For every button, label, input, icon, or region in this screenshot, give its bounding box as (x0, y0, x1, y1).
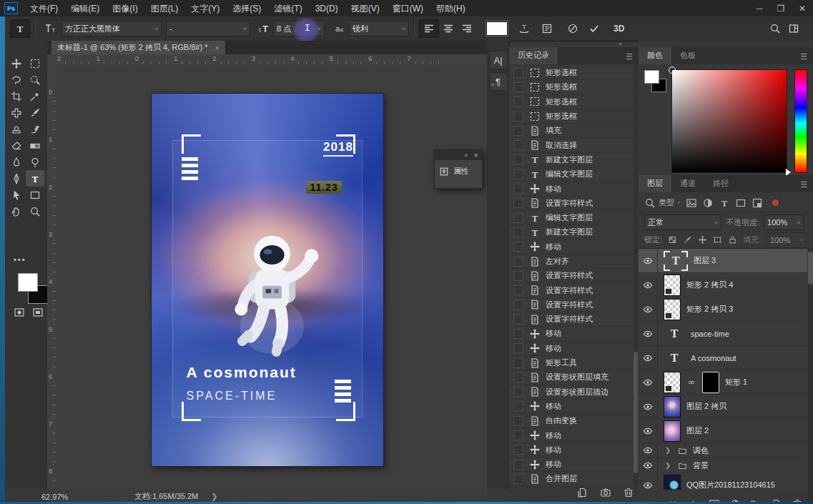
menu-2[interactable]: 图像(I) (106, 1, 144, 16)
menu-3[interactable]: 图层(L) (144, 1, 185, 16)
tab-paths[interactable]: 路径 (704, 175, 737, 192)
menu-5[interactable]: 选择(S) (226, 1, 267, 16)
history-source-well[interactable] (513, 184, 523, 194)
history-state-设置字符样式[interactable]: 设置字符样式 (509, 312, 634, 327)
3d-button[interactable]: 3D (614, 24, 624, 34)
history-state-取消选择[interactable]: 取消选择 (509, 138, 634, 152)
history-state-新建文字图层[interactable]: T新建文字图层 (509, 153, 634, 167)
poster-artwork[interactable]: 2018 11.23 A cosmonau (152, 94, 383, 466)
history-state-矩形选框[interactable]: 矩形选框 (509, 80, 634, 94)
delete-state-icon[interactable] (623, 487, 634, 498)
tab-color[interactable]: 颜色 (639, 47, 671, 64)
history-state-移动[interactable]: 移动 (509, 400, 634, 414)
hue-slider[interactable] (794, 69, 807, 173)
history-source-well[interactable] (513, 315, 523, 325)
history-state-移动[interactable]: 移动 (509, 240, 634, 255)
lock-position-icon[interactable] (698, 235, 707, 244)
crop-tool-icon[interactable] (7, 88, 26, 104)
history-state-移动[interactable]: 移动 (509, 443, 634, 458)
layer-row-背景[interactable]: ❯背景 (639, 458, 807, 473)
tab-channels[interactable]: 通道 (671, 175, 704, 192)
layer-row-图层 2 拷贝[interactable]: 图层 2 拷贝 (639, 395, 807, 419)
edit-toolbar-icon[interactable]: ••• (14, 255, 26, 264)
visibility-eye-icon[interactable] (639, 297, 658, 321)
marquee-tool-icon[interactable] (26, 55, 44, 71)
layer-row-图层 3[interactable]: T图层 3 (639, 249, 807, 273)
history-state-编辑文字图层[interactable]: T编辑文字图层 (509, 211, 634, 225)
foreground-color-swatch[interactable] (18, 273, 38, 292)
status-expander-icon[interactable]: ❯ (211, 492, 217, 501)
history-state-矩形工具[interactable]: 矩形工具 (509, 356, 634, 370)
filter-kind-select[interactable]: 类型 ˅ (644, 197, 681, 209)
stamp-tool-icon[interactable] (7, 121, 26, 137)
document-tab[interactable]: 未标题-1 @ 63% (矩形 2 拷贝 4, RGB/8#) * × (51, 41, 226, 54)
history-state-左对齐[interactable]: 左对齐 (509, 255, 634, 269)
menu-8[interactable]: 视图(V) (345, 1, 386, 16)
layer-row-图层 2[interactable]: 图层 2 (639, 419, 807, 443)
filter-shape-layers-icon[interactable] (735, 197, 747, 209)
new-document-from-state-icon[interactable] (577, 487, 588, 498)
visibility-eye-icon[interactable] (639, 419, 658, 443)
history-dock-collapse[interactable]: ›› (619, 41, 621, 47)
visibility-eye-icon[interactable] (639, 322, 658, 345)
history-source-well[interactable] (513, 285, 523, 295)
history-state-移动[interactable]: 移动 (509, 458, 634, 472)
quicksel-tool-icon[interactable] (26, 71, 44, 88)
properties-float-panel[interactable]: » ✕ 属性 (434, 149, 483, 189)
close-float-icon[interactable]: ✕ (473, 152, 478, 159)
history-source-well[interactable] (513, 126, 523, 136)
type-tool-icon[interactable]: T (26, 170, 44, 187)
history-scrollbar[interactable] (634, 66, 638, 485)
tab-layers[interactable]: 图层 (639, 175, 671, 192)
history-source-well[interactable] (513, 227, 523, 237)
visibility-eye-icon[interactable] (639, 443, 658, 458)
tab-history[interactable]: 历史记录 (509, 47, 558, 64)
layer-row-矩形 1[interactable]: 矩形 1 (639, 370, 807, 395)
align-left-icon[interactable] (419, 19, 439, 38)
visibility-eye-icon[interactable] (639, 346, 658, 370)
history-source-well[interactable] (513, 329, 523, 339)
anti-alias-select[interactable]: 锐利˅ (349, 21, 409, 36)
close-button[interactable]: ✕ (792, 1, 813, 16)
history-source-well[interactable] (513, 300, 523, 310)
commit-edit-icon[interactable] (585, 20, 603, 37)
layer-row-矩形 2 拷贝 3[interactable]: 矩形 2 拷贝 3 (639, 297, 807, 322)
history-state-矩形选框[interactable]: 矩形选框 (509, 109, 634, 124)
collapse-icon[interactable]: » (464, 152, 468, 159)
history-state-自由变换[interactable]: 自由变换 (509, 414, 634, 428)
history-source-well[interactable] (513, 68, 523, 78)
history-scroll-thumb[interactable] (634, 352, 638, 473)
history-state-设置形状图层填充[interactable]: 设置形状图层填充 (509, 370, 634, 385)
zoom-level-field[interactable]: 62.97% (41, 493, 84, 501)
visibility-eye-icon[interactable] (639, 458, 658, 473)
history-source-well[interactable] (513, 430, 523, 440)
filter-type-layers-icon[interactable]: T (719, 197, 730, 209)
menu-6[interactable]: 滤镜(T) (267, 1, 308, 16)
hand-tool-icon[interactable] (7, 203, 26, 219)
menu-7[interactable]: 3D(D) (309, 1, 345, 16)
layer-row-A cosmonaut[interactable]: TA cosmonaut (639, 346, 807, 370)
visibility-eye-icon[interactable] (639, 249, 658, 272)
filter-active-indicator[interactable] (772, 199, 779, 206)
eraser-tool-icon[interactable] (7, 137, 26, 154)
menu-10[interactable]: 帮助(H) (430, 1, 472, 16)
history-source-well[interactable] (513, 169, 523, 179)
align-center-icon[interactable] (439, 20, 458, 37)
toggle-panels-icon[interactable] (538, 20, 556, 37)
menu-1[interactable]: 编辑(E) (64, 1, 106, 16)
layer-row-调色[interactable]: ❯调色 (639, 443, 807, 458)
type-tool-icon[interactable]: T (10, 19, 30, 38)
history-state-合并图层[interactable]: 合并图层 (509, 472, 634, 485)
history-source-well[interactable] (513, 358, 523, 368)
history-state-编辑文字图层[interactable]: T编辑文字图层 (509, 167, 634, 182)
menu-0[interactable]: 文件(F) (24, 1, 64, 16)
character-panel-icon[interactable]: A| (489, 51, 508, 69)
history-state-设置字符样式[interactable]: 设置字符样式 (509, 298, 634, 312)
lasso-tool-icon[interactable] (7, 71, 26, 88)
screen-mode-icon[interactable] (32, 307, 44, 318)
history-source-well[interactable] (513, 257, 523, 267)
history-state-填充[interactable]: 填充 (509, 124, 634, 138)
minimize-button[interactable]: ─ (749, 1, 770, 16)
layer-mask-thumbnail[interactable] (702, 372, 719, 393)
font-style-select[interactable]: -˅ (166, 21, 250, 36)
